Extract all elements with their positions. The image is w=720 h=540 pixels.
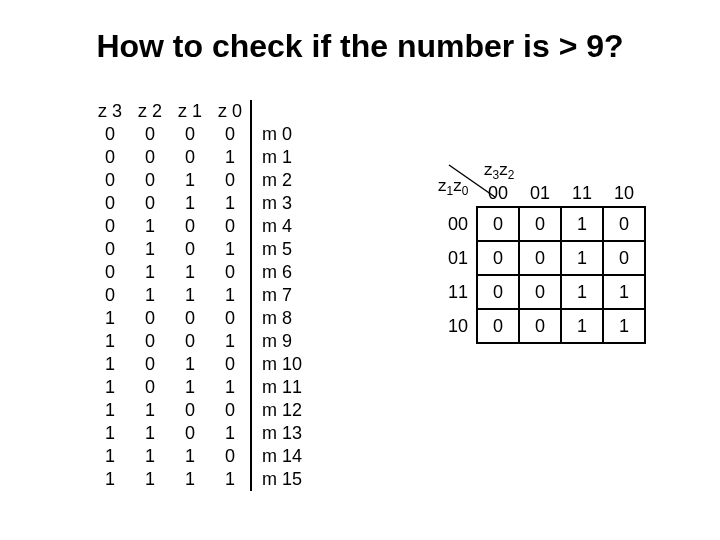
table-row: 0100m 4 [90, 215, 310, 238]
table-row: 0010m 2 [90, 169, 310, 192]
kmap-cell: 1 [603, 275, 645, 309]
table-row: 1110m 14 [90, 445, 310, 468]
col-z1: z 1 [170, 100, 210, 123]
table-row: 0011m 3 [90, 192, 310, 215]
kmap-cell: 0 [603, 241, 645, 275]
table-row: 1000m 8 [90, 307, 310, 330]
kmap-row-var: z1z0 [438, 176, 468, 196]
truth-table: z 3 z 2 z 1 z 0 0000m 0 0001m 1 0010m 2 … [90, 100, 310, 491]
kmap-cell: 0 [519, 275, 561, 309]
slide: How to check if the number is > 9? z 3 z… [0, 0, 720, 540]
table-row: 1011m 11 [90, 376, 310, 399]
kmap-col-label: 10 [603, 180, 645, 207]
kmap-col-label: 11 [561, 180, 603, 207]
table-row: 0110m 6 [90, 261, 310, 284]
kmap-cell: 0 [603, 207, 645, 241]
karnaugh-map: z3z2 z1z0 00 01 11 10 00 0 0 1 0 01 0 [440, 180, 646, 344]
kmap-cell: 0 [519, 309, 561, 343]
col-z3: z 3 [90, 100, 130, 123]
kmap-col-label: 00 [477, 180, 519, 207]
col-z2: z 2 [130, 100, 170, 123]
kmap-cell: 0 [477, 207, 519, 241]
kmap-cell: 1 [561, 241, 603, 275]
kmap-cell: 1 [603, 309, 645, 343]
kmap-row-label: 11 [440, 275, 477, 309]
kmap-cell: 0 [477, 309, 519, 343]
kmap-grid: 00 01 11 10 00 0 0 1 0 01 0 0 1 0 11 0 [440, 180, 646, 344]
kmap-cell: 1 [561, 275, 603, 309]
kmap-cell: 0 [519, 207, 561, 241]
table-row: 1111m 15 [90, 468, 310, 491]
kmap-col-label: 01 [519, 180, 561, 207]
col-z0: z 0 [210, 100, 251, 123]
slide-title: How to check if the number is > 9? [0, 28, 720, 65]
kmap-cell: 1 [561, 309, 603, 343]
kmap-row-label: 00 [440, 207, 477, 241]
kmap-cell: 0 [477, 275, 519, 309]
truth-header-row: z 3 z 2 z 1 z 0 [90, 100, 310, 123]
kmap-row-label: 01 [440, 241, 477, 275]
kmap-cell: 0 [477, 241, 519, 275]
table-row: 1100m 12 [90, 399, 310, 422]
table-row: 0000m 0 [90, 123, 310, 146]
table-row: 1001m 9 [90, 330, 310, 353]
kmap-cell: 1 [561, 207, 603, 241]
table-row: 0001m 1 [90, 146, 310, 169]
col-minterm [251, 100, 310, 123]
kmap-col-var: z3z2 [484, 160, 514, 180]
table-row: 1101m 13 [90, 422, 310, 445]
table-row: 0111m 7 [90, 284, 310, 307]
table-row: 0101m 5 [90, 238, 310, 261]
kmap-cell: 0 [519, 241, 561, 275]
kmap-row-label: 10 [440, 309, 477, 343]
table-row: 1010m 10 [90, 353, 310, 376]
